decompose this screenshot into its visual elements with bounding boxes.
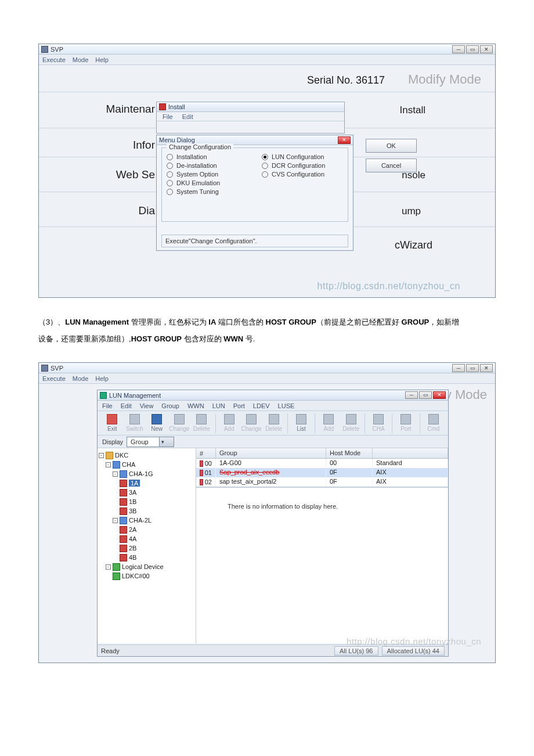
tree-cha[interactable]: CHA [122, 461, 135, 468]
toolbar-add-button[interactable]: Add [317, 412, 340, 435]
lun-menu-file[interactable]: File [102, 402, 113, 409]
tree-port-2b[interactable]: 2B [129, 545, 136, 552]
toolbar-change-button[interactable]: Change [168, 412, 191, 435]
menu-dialog-close-icon[interactable]: ✕ [338, 136, 351, 144]
toolbar-new-button[interactable]: New [146, 412, 168, 435]
row-dialog: Dia [39, 204, 155, 217]
radio-dcr-config[interactable]: DCR Configuration [262, 162, 343, 169]
toolbar-switch-button[interactable]: Switch [124, 412, 146, 435]
lun-menu-port[interactable]: Port [233, 402, 245, 409]
radio-system-option[interactable]: System Option [167, 171, 248, 178]
minimize-button[interactable]: ─ [452, 364, 465, 372]
cancel-button[interactable]: Cancel [366, 159, 417, 172]
menu-mode[interactable]: Mode [73, 56, 89, 63]
lun-maximize-button[interactable]: ▭ [419, 391, 432, 399]
radio-cvs-config[interactable]: CVS Configuration [262, 171, 343, 178]
toolbar-delete-button[interactable]: Delete [262, 412, 285, 435]
menu-dialog-title: Menu Dialog [159, 136, 195, 143]
radio-dku-emulation[interactable]: DKU Emulation [167, 179, 248, 186]
serial-no: Serial No. 36117 [307, 74, 385, 87]
radio-installation[interactable]: Installation [167, 153, 248, 160]
toolbar-label: Change [169, 426, 189, 432]
toolbar-exit-button[interactable]: Exit [101, 412, 124, 435]
table-row[interactable]: 01Sap_prod_aix_eccdb0FAIX [196, 468, 448, 477]
toolbar-list-button[interactable]: List [290, 412, 313, 435]
close-button[interactable]: ✕ [480, 45, 493, 53]
tree-port-1a[interactable]: 1A [129, 480, 140, 487]
tree-toggle[interactable]: - [113, 518, 118, 523]
close-button[interactable]: ✕ [480, 364, 493, 372]
tree-toggle[interactable]: - [106, 462, 111, 467]
dkc-icon [106, 452, 113, 459]
menu-execute[interactable]: Execute [42, 56, 66, 63]
btn-wizard[interactable]: cWizard [395, 239, 432, 251]
tree-port-2a[interactable]: 2A [129, 526, 136, 533]
menu-help[interactable]: Help [95, 56, 109, 63]
toolbar-port-button[interactable]: Port [395, 412, 417, 435]
tree-ldkc[interactable]: LDKC#00 [122, 573, 150, 579]
tree-dkc[interactable]: DKC [115, 452, 128, 459]
install-menu-file[interactable]: File [163, 113, 173, 120]
tree-port-4a[interactable]: 4A [129, 535, 136, 542]
delete-icon [346, 414, 356, 424]
radio-system-tuning[interactable]: System Tuning [167, 188, 248, 195]
toolbar-delete-button[interactable]: Delete [340, 412, 363, 435]
lun-menu-wwn[interactable]: WWN [187, 402, 204, 409]
radio-deinstallation[interactable]: De-installation [167, 162, 248, 169]
lun-menu-edit[interactable]: Edit [121, 402, 132, 409]
tree-port-4b[interactable]: 4B [129, 554, 136, 561]
tree-toggle[interactable]: - [106, 564, 111, 570]
btn-ump[interactable]: ump [402, 206, 421, 217]
table-row[interactable]: 001A-G0000Standard [196, 459, 448, 468]
col-group[interactable]: Group [216, 448, 326, 458]
toolbar-label: Add [323, 426, 334, 432]
ok-button[interactable]: OK [366, 139, 417, 153]
tree-cha1g[interactable]: CHA-1G [129, 470, 153, 477]
switch-icon [129, 414, 140, 424]
watermark: http://blog.csdn.net/tonyzhou_cn [317, 281, 460, 291]
minimize-button[interactable]: ─ [452, 45, 465, 53]
menu-dialog: Menu Dialog ✕ OK Cancel Change Configura… [156, 135, 353, 251]
svp1-titlebar: SVP ─ ▭ ✕ [39, 44, 495, 55]
chevron-down-icon[interactable]: ▾ [159, 437, 174, 447]
toolbar-change-button[interactable]: Change [240, 412, 263, 435]
lun-management-window: LUN Management ─ ▭ ✕ File Edit View Grou… [97, 390, 449, 657]
toolbar-add-button[interactable]: Add [218, 412, 240, 435]
install-menu-edit[interactable]: Edit [182, 113, 193, 120]
tree-port-3b[interactable]: 3B [129, 507, 136, 514]
toolbar-delete-button[interactable]: Delete [190, 412, 213, 435]
toolbar-cha-button[interactable]: CHA [367, 412, 390, 435]
lun-menu-ldev[interactable]: LDEV [253, 402, 270, 409]
radio-lun-config[interactable]: LUN Configuration [262, 153, 343, 160]
toolbar-cmd-button[interactable]: Cmd [423, 412, 445, 435]
maximize-button[interactable]: ▭ [466, 45, 479, 53]
tree-toggle[interactable]: - [99, 453, 104, 458]
lun-menu-lun[interactable]: LUN [212, 402, 225, 409]
app-icon [41, 46, 48, 53]
lun-menu-view[interactable]: View [140, 402, 154, 409]
table-row[interactable]: 02sap test_aix_portal20FAIX [196, 477, 448, 487]
lun-close-button[interactable]: ✕ [433, 391, 446, 399]
col-hostmode[interactable]: Host Mode [326, 448, 373, 458]
menu-execute[interactable]: Execute [42, 375, 66, 382]
display-combo[interactable]: Group ▾ [127, 437, 174, 447]
port-icon [400, 414, 411, 424]
delete-icon [196, 414, 207, 424]
tree-port-1b[interactable]: 1B [129, 498, 136, 505]
toolbar-label: Exit [107, 426, 117, 432]
tree-cha2l[interactable]: CHA-2L [129, 517, 151, 524]
maximize-button[interactable]: ▭ [466, 364, 479, 372]
lun-menu-luse[interactable]: LUSE [278, 402, 295, 409]
tree-port-3a[interactable]: 3A [129, 489, 136, 496]
tree-logical-device[interactable]: Logical Device [122, 563, 164, 570]
lun-minimize-button[interactable]: ─ [405, 391, 418, 399]
lun-menu-group[interactable]: Group [161, 402, 179, 409]
menu-help[interactable]: Help [95, 375, 109, 382]
menu-mode[interactable]: Mode [73, 375, 89, 382]
col-hash[interactable]: # [196, 448, 216, 458]
change-icon [174, 414, 185, 424]
port-icon [120, 489, 127, 496]
tree-toggle[interactable]: - [113, 471, 118, 477]
btn-install[interactable]: Install [400, 105, 425, 116]
status-alloc-lus: Allocated LU(s) 44 [382, 646, 445, 656]
